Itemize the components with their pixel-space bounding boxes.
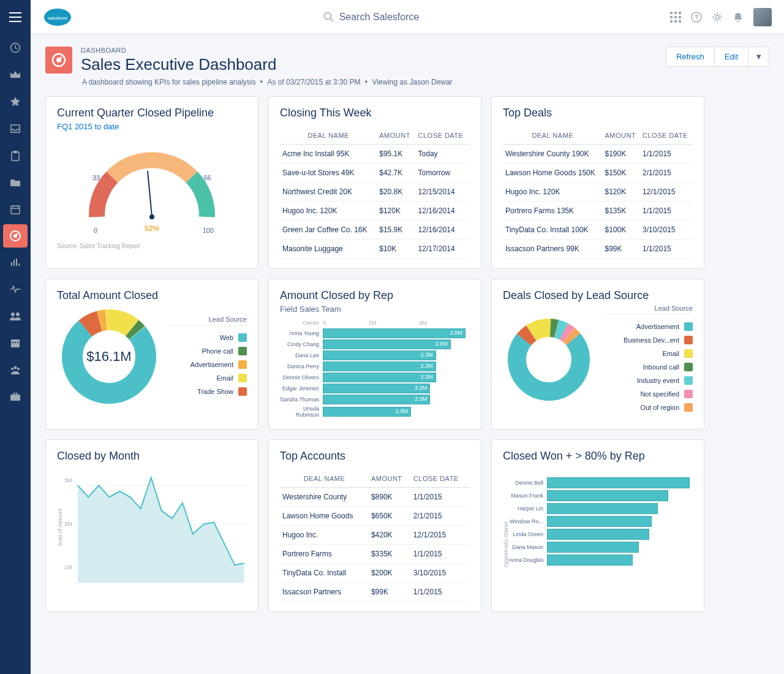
nav-reports-icon[interactable]: [0, 249, 31, 276]
svg-point-12: [14, 366, 17, 369]
table-row[interactable]: Green Jar Coffee Co. 16K$15.9K12/16/2014: [280, 221, 470, 240]
nav-people-icon[interactable]: [0, 303, 31, 330]
table-row[interactable]: Issacson Partners 99K$99K1/1/2015: [503, 240, 693, 259]
search-input[interactable]: Search Salesforce: [323, 12, 420, 23]
nav-group-icon[interactable]: [0, 357, 31, 384]
bell-icon[interactable]: [733, 12, 744, 23]
donut-chart: $16.1M: [57, 305, 161, 409]
svg-rect-20: [674, 12, 677, 14]
legend-item: Business Dev...ent: [602, 333, 693, 347]
table-row[interactable]: Lawson Home Goods 150K$150K2/1/2015: [503, 164, 693, 183]
table-row[interactable]: Hugoo Inc. 120K$120K12/16/2014: [280, 202, 470, 221]
search-icon: [323, 12, 334, 23]
svg-rect-24: [679, 16, 681, 18]
card-source: Source: Sales Tracking Report: [57, 243, 247, 249]
table-row[interactable]: Hugoo Inc. 120K$120K12/1/2015: [503, 183, 693, 202]
nav-clipboard-icon[interactable]: [0, 142, 31, 169]
table-row[interactable]: Lawson Home Goods$650K2/1/2015: [280, 507, 470, 526]
legend-item: Web: [168, 331, 247, 344]
table-row[interactable]: Acme Inc Install 95K$95.1KToday: [280, 145, 470, 164]
table-row[interactable]: Hugoo Inc.$420K12/1/2015: [280, 526, 470, 545]
svg-rect-22: [670, 16, 673, 18]
more-button[interactable]: ▼: [748, 47, 769, 67]
line-chart: Sum of Amount 3M2M1M: [57, 472, 247, 583]
page-header: DASHBOARD Sales Executive Dashboard A da…: [31, 34, 784, 96]
nav-briefcase-icon[interactable]: [0, 384, 31, 411]
page-label: DASHBOARD: [81, 47, 666, 54]
svg-rect-23: [674, 16, 677, 18]
nav-star-icon[interactable]: [0, 88, 31, 115]
legend-item: Out of region: [602, 401, 693, 414]
card-title: Closed by Month: [57, 450, 247, 463]
table-row[interactable]: Westershire County$890K1/1/2015: [280, 488, 470, 507]
table-row[interactable]: TinyData Co. Install$200K3/10/2015: [280, 564, 470, 583]
card-top-accounts: Top Accounts DEAL NAME AMOUNT CLOSE DATE…: [268, 439, 481, 612]
edit-button[interactable]: Edit: [715, 47, 748, 67]
table-row[interactable]: Portrero Farms 135K$135K1/1/2015: [503, 202, 693, 221]
gauge-chart: 33 66 0 100 52%: [81, 143, 222, 235]
svg-line-33: [148, 171, 152, 217]
legend-item: Industry event: [602, 374, 693, 387]
card-top-deals: Top Deals DEAL NAME AMOUNT CLOSE DATE We…: [491, 96, 704, 269]
bar-row: Dana Lee2.3M: [280, 350, 470, 360]
top-accounts-table: DEAL NAME AMOUNT CLOSE DATE Westershire …: [280, 469, 470, 602]
svg-rect-25: [670, 20, 673, 23]
nav-activity-icon[interactable]: [0, 276, 31, 303]
svg-point-6: [11, 312, 15, 316]
svg-rect-21: [679, 12, 681, 14]
legend-item: Phone call: [168, 344, 247, 358]
svg-text:salesforce: salesforce: [48, 16, 67, 20]
table-row[interactable]: Masonite Luggage$10K12/17/2014: [280, 240, 470, 259]
dashboard-icon: [45, 47, 72, 74]
bar-row: Ursula Robinson1.8M: [280, 406, 470, 418]
nav-dashboard-icon[interactable]: [3, 224, 28, 248]
legend-item: Inbound call: [602, 360, 693, 374]
table-row[interactable]: Issacson Partners$99K1/1/2015: [280, 583, 470, 602]
svg-rect-26: [674, 20, 677, 23]
gear-icon[interactable]: [712, 12, 723, 23]
left-sidebar: [0, 0, 31, 674]
table-row[interactable]: Northwest Credit 20K$20.8K12/15/2014: [280, 183, 470, 202]
table-row[interactable]: Westershire County 190K$190K1/1/2015: [503, 145, 693, 164]
svg-rect-19: [670, 12, 673, 14]
svg-rect-2: [13, 151, 17, 153]
nav-crown-icon[interactable]: [0, 61, 31, 88]
user-avatar[interactable]: [753, 8, 772, 26]
hamburger-icon[interactable]: [0, 0, 31, 34]
donut-chart: [503, 314, 595, 406]
card-title: Amount Closed by Rep: [280, 289, 470, 302]
page-subtitle: A dashboard showing KPIs for sales pipel…: [81, 78, 666, 86]
bar-row: Winslow Ro...: [509, 516, 693, 527]
svg-point-14: [17, 368, 20, 370]
help-icon[interactable]: ?: [691, 12, 702, 23]
apps-icon[interactable]: [670, 12, 681, 23]
salesforce-logo[interactable]: salesforce: [43, 7, 72, 28]
svg-point-18: [324, 12, 331, 19]
nav-inbox-icon[interactable]: [0, 115, 31, 142]
bar-row: Mason Frank: [509, 490, 693, 501]
refresh-button[interactable]: Refresh: [666, 47, 715, 67]
bar-row: Dennis Olivero2.3M: [280, 373, 470, 382]
card-title: Top Deals: [503, 107, 693, 119]
card-subtitle: Field Sales Team: [280, 305, 470, 314]
table-row[interactable]: TinyData Co. Install 100K$100K3/10/2015: [503, 221, 693, 240]
card-by-month: Closed by Month Sum of Amount 3M2M1M: [45, 439, 258, 612]
bar-row: Dennis Bell: [509, 477, 693, 488]
card-total-closed: Total Amount Closed $16.1M Lead S: [45, 279, 258, 430]
nav-calendar-icon[interactable]: [0, 196, 31, 223]
card-subtitle: FQ1 2015 to date: [57, 122, 247, 131]
svg-point-34: [149, 214, 154, 219]
nav-folder-icon[interactable]: [0, 169, 31, 196]
legend-item: Trade Show: [168, 385, 247, 398]
table-row[interactable]: Portrero Farms$335K1/1/2015: [280, 545, 470, 564]
svg-rect-15: [10, 395, 20, 401]
bar-row: Sandra Thomas2.2M: [280, 395, 470, 404]
table-row[interactable]: Save-u-lot Stores 49K$42.7KTomorrow: [280, 164, 470, 183]
nav-schedule-icon[interactable]: [0, 330, 31, 357]
card-title: Closing This Week: [280, 107, 470, 119]
hbar-chart: Owner 01M2M Anna Young2.9MCindy Chang2.6…: [280, 320, 470, 418]
svg-point-13: [11, 368, 13, 370]
closing-week-table: DEAL NAME AMOUNT CLOSE DATE Acme Inc Ins…: [280, 126, 470, 259]
card-title: Deals Closed by Lead Source: [503, 289, 693, 302]
nav-recent-icon[interactable]: [0, 34, 31, 61]
